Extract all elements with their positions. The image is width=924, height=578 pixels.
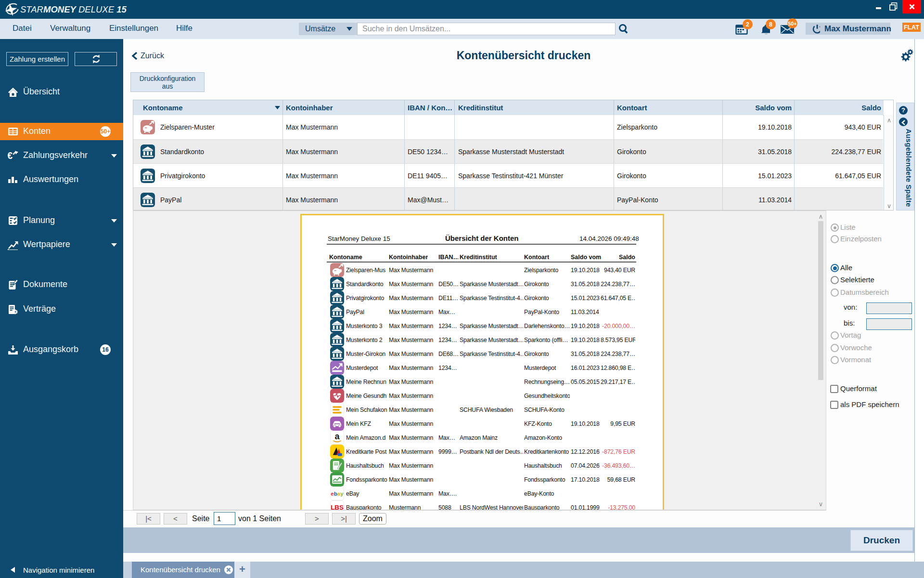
svg-text:ebay: ebay: [331, 490, 344, 497]
svg-text:a: a: [335, 432, 340, 441]
svg-text:LBS: LBS: [331, 504, 344, 510]
svg-text:€: €: [8, 150, 13, 161]
